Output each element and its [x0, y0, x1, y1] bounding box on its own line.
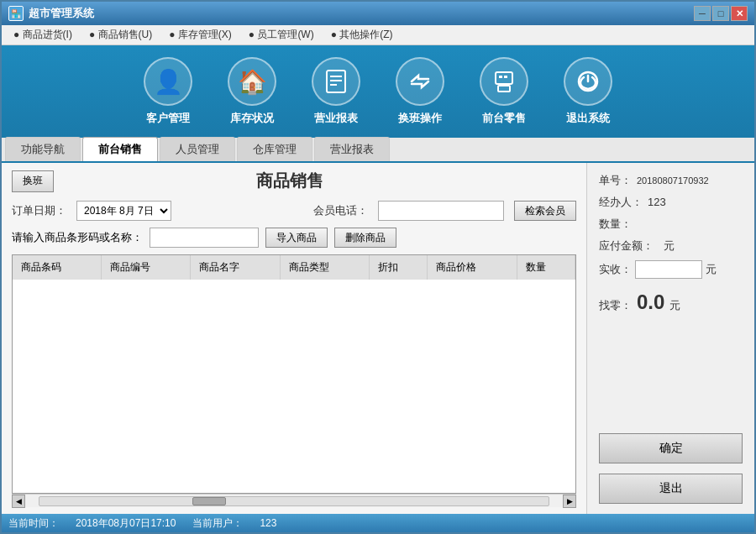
staff-bullet: ● — [249, 29, 258, 40]
page-title: 商品销售 — [54, 170, 526, 192]
operator-label: 经办人： — [599, 195, 643, 210]
col-price: 商品价格 — [428, 255, 517, 280]
scroll-thumb[interactable] — [192, 497, 226, 505]
right-panel: 单号： 20180807170932 经办人： 123 数量： 应付金额： 元 … — [586, 163, 754, 514]
exit-label: 退出系统 — [566, 111, 610, 126]
order-no-value: 20180807170932 — [637, 175, 709, 186]
goods-sale-bullet: ● — [89, 29, 98, 40]
col-quantity: 数量 — [517, 255, 575, 280]
shift-label: 换班操作 — [398, 111, 442, 126]
main-area: 换班 商品销售 订单日期： 2018年 8月 7日 会员电话： 检索会员 htt… — [2, 163, 754, 514]
quantity-row: 数量： — [599, 217, 743, 232]
window-title: 超市管理系统 — [29, 6, 694, 21]
product-input-row: 请输入商品条形码或名称： 导入商品 删除商品 — [12, 228, 576, 248]
minimize-button[interactable]: ─ — [694, 6, 711, 21]
quantity-label: 数量： — [599, 217, 632, 232]
col-number: 商品编号 — [102, 255, 191, 280]
tab-bar: 功能导航 前台销售 人员管理 仓库管理 营业报表 — [2, 138, 754, 163]
toolbar-report[interactable]: 营业报表 — [307, 57, 365, 126]
tab-sales[interactable]: 前台销售 — [82, 137, 158, 161]
menu-goods-in[interactable]: ● 商品进货(I) — [5, 26, 81, 44]
close-button[interactable]: ✕ — [731, 6, 748, 21]
menu-goods-sale[interactable]: ● 商品销售(U) — [81, 26, 160, 44]
time-value: 2018年08月07日17:10 — [76, 516, 176, 531]
delete-product-button[interactable]: 删除商品 — [334, 228, 396, 248]
inventory-bullet: ● — [169, 29, 178, 40]
import-product-button[interactable]: 导入商品 — [265, 228, 328, 248]
col-discount: 折扣 — [369, 255, 427, 280]
svg-rect-4 — [496, 72, 512, 84]
menu-other[interactable]: ● 其他操作(Z) — [323, 26, 402, 44]
app-icon: 🏪 — [8, 6, 24, 21]
member-phone-label: 会员电话： — [313, 203, 368, 218]
change-label: 找零： — [599, 298, 632, 313]
operator-value: 123 — [648, 196, 666, 208]
exit-icon — [564, 57, 612, 106]
scroll-left-arrow[interactable]: ◀ — [12, 495, 25, 508]
pos-label: 前台零售 — [482, 111, 526, 126]
menu-staff[interactable]: ● 员工管理(W) — [240, 26, 323, 44]
user-label: 当前用户： — [192, 516, 243, 531]
toolbar-shift[interactable]: 换班操作 — [391, 57, 449, 126]
col-name: 商品名字 — [191, 255, 280, 280]
pos-icon — [480, 57, 528, 106]
product-table-container[interactable]: 商品条码 商品编号 商品名字 商品类型 折扣 商品价格 数量 — [12, 254, 576, 494]
product-table: 商品条码 商品编号 商品名字 商品类型 折扣 商品价格 数量 — [13, 255, 575, 280]
scroll-right-arrow[interactable]: ▶ — [563, 495, 576, 508]
time-label: 当前时间： — [8, 516, 59, 531]
change-value: 0.0 — [637, 291, 664, 314]
svg-rect-7 — [499, 76, 502, 78]
toolbar: 👤 客户管理 🏠 库存状况 营业报表 — [2, 45, 754, 138]
user-value: 123 — [260, 517, 276, 529]
col-type: 商品类型 — [280, 255, 369, 280]
toolbar-inventory[interactable]: 🏠 库存状况 — [223, 57, 281, 126]
report-label: 营业报表 — [314, 111, 358, 126]
tab-bizreport[interactable]: 营业报表 — [314, 137, 390, 161]
order-no-row: 单号： 20180807170932 — [599, 173, 743, 188]
left-panel: 换班 商品销售 订单日期： 2018年 8月 7日 会员电话： 检索会员 htt… — [2, 163, 586, 514]
window-controls: ─ □ ✕ — [694, 6, 748, 21]
scroll-track[interactable] — [39, 496, 549, 506]
operator-row: 经办人： 123 — [599, 195, 743, 210]
change-row: 找零： 0.0 元 — [599, 291, 743, 314]
payable-unit: 元 — [664, 238, 675, 254]
order-no-label: 单号： — [599, 173, 632, 188]
maximize-button[interactable]: □ — [712, 6, 729, 21]
product-search-input[interactable] — [150, 228, 259, 248]
actual-input[interactable] — [635, 260, 702, 279]
report-icon — [312, 57, 360, 106]
toolbar-customer[interactable]: 👤 客户管理 — [139, 57, 197, 126]
member-phone-input[interactable] — [378, 201, 504, 221]
menubar: ● 商品进货(I) ● 商品销售(U) ● 库存管理(X) ● 员工管理(W) … — [2, 25, 754, 45]
table-header-row: 商品条码 商品编号 商品名字 商品类型 折扣 商品价格 数量 — [13, 255, 575, 280]
customer-label: 客户管理 — [146, 111, 190, 126]
confirm-button[interactable]: 确定 — [599, 433, 743, 463]
tab-staff[interactable]: 人员管理 — [160, 137, 235, 161]
svg-rect-8 — [504, 76, 507, 78]
product-input-label: 请输入商品条形码或名称： — [12, 230, 143, 245]
toolbar-exit[interactable]: 退出系统 — [559, 57, 617, 126]
actual-row: 实收： 元 — [599, 260, 743, 279]
section-header: 换班 商品销售 — [12, 170, 576, 192]
tab-nav[interactable]: 功能导航 — [5, 137, 81, 161]
statusbar: 当前时间： 2018年08月07日17:10 当前用户： 123 — [2, 514, 754, 532]
order-date-select[interactable]: 2018年 8月 7日 — [76, 201, 171, 221]
customer-icon: 👤 — [144, 57, 192, 106]
payable-row: 应付金额： 元 — [599, 238, 743, 254]
col-barcode: 商品条码 — [13, 255, 102, 280]
inventory-label: 库存状况 — [230, 111, 274, 126]
search-member-button[interactable]: 检索会员 — [514, 201, 576, 221]
actual-label: 实收： — [599, 262, 632, 277]
order-date-label: 订单日期： — [12, 203, 66, 218]
table-scrollbar[interactable]: ◀ ▶ — [12, 494, 576, 507]
menu-inventory[interactable]: ● 库存管理(X) — [160, 26, 240, 44]
toolbar-pos[interactable]: 前台零售 — [475, 57, 533, 126]
switch-shift-button[interactable]: 换班 — [12, 170, 54, 192]
order-row: 订单日期： 2018年 8月 7日 会员电话： 检索会员 — [12, 201, 576, 221]
tab-warehouse[interactable]: 仓库管理 — [237, 137, 312, 161]
exit-button[interactable]: 退出 — [599, 474, 743, 504]
shift-icon — [396, 57, 444, 106]
change-unit: 元 — [669, 298, 680, 313]
actual-unit: 元 — [706, 262, 717, 277]
title-bar: 🏪 超市管理系统 ─ □ ✕ — [2, 2, 754, 25]
